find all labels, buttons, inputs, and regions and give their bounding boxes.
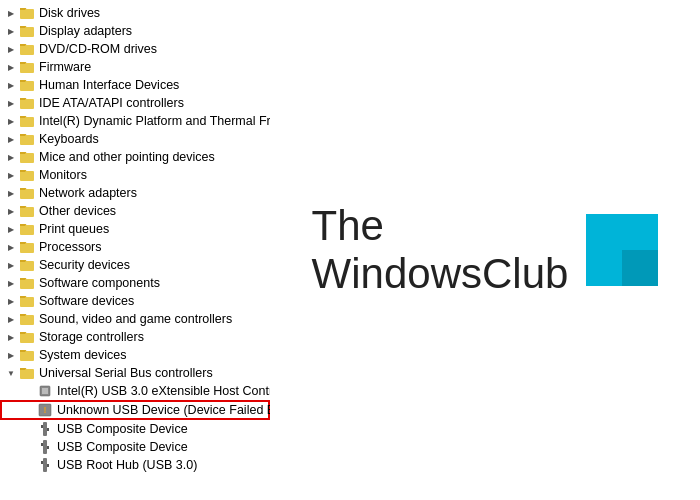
svg-rect-0 [20,9,34,19]
tree-item-storage-controllers[interactable]: ▶Storage controllers [0,328,270,346]
tree-item-system-devices[interactable]: ▶System devices [0,346,270,364]
folder-icon-intel-dynamic [19,113,35,129]
brand-box: The WindowsClub [312,202,659,299]
tree-item-mice[interactable]: ▶Mice and other pointing devices [0,148,270,166]
warning-icon-unknown-usb: ! [37,402,53,418]
svg-rect-4 [20,81,34,91]
folder-icon-software-devices [19,293,35,309]
svg-rect-33 [47,464,49,467]
tree-item-usb-composite-1[interactable]: ▶USB Composite Device [0,420,270,438]
expand-icon-intel-dynamic[interactable]: ▶ [4,114,18,128]
tree-item-usb-root-hub[interactable]: ▶USB Root Hub (USB 3.0) [0,456,270,474]
tree-item-software-devices[interactable]: ▶Software devices [0,292,270,310]
tree-item-software-components[interactable]: ▶Software components [0,274,270,292]
tree-item-intel-usb[interactable]: ▶Intel(R) USB 3.0 eXtensible Host Contro… [0,382,270,400]
tree-item-monitors[interactable]: ▶Monitors [0,166,270,184]
folder-icon-processors [19,239,35,255]
expand-icon-usb-controllers[interactable]: ▼ [4,366,18,380]
tree-item-print-queues[interactable]: ▶Print queues [0,220,270,238]
tree-item-processors[interactable]: ▶Processors [0,238,270,256]
brand-text: The WindowsClub [312,202,569,299]
folder-icon-monitors [19,167,35,183]
svg-rect-2 [20,45,34,55]
chip-icon-intel-usb [37,383,53,399]
expand-icon-disk-drives[interactable]: ▶ [4,6,18,20]
svg-rect-30 [47,446,49,449]
tree-item-other-devices[interactable]: ▶Other devices [0,202,270,220]
label-software-components: Software components [39,276,160,290]
svg-rect-3 [20,63,34,73]
svg-rect-9 [20,171,34,181]
expand-icon-network-adapters[interactable]: ▶ [4,186,18,200]
label-human-interface: Human Interface Devices [39,78,179,92]
expand-icon-human-interface[interactable]: ▶ [4,78,18,92]
brand-line2: WindowsClub [312,250,569,298]
svg-rect-10 [20,189,34,199]
label-usb-controllers: Universal Serial Bus controllers [39,366,213,380]
folder-icon-network-adapters [19,185,35,201]
expand-icon-print-queues[interactable]: ▶ [4,222,18,236]
expand-icon-mice[interactable]: ▶ [4,150,18,164]
tree-item-firmware[interactable]: ▶Firmware [0,58,270,76]
svg-rect-20 [20,369,34,379]
label-display-adapters: Display adapters [39,24,132,38]
svg-rect-25 [43,422,47,436]
svg-rect-31 [43,458,47,472]
tree-item-dvd-cdrom[interactable]: ▶DVD/CD-ROM drives [0,40,270,58]
expand-icon-keyboards[interactable]: ▶ [4,132,18,146]
label-software-devices: Software devices [39,294,134,308]
expand-icon-ide-ata[interactable]: ▶ [4,96,18,110]
svg-rect-8 [20,153,34,163]
tree-item-human-interface[interactable]: ▶Human Interface Devices [0,76,270,94]
expand-icon-processors[interactable]: ▶ [4,240,18,254]
tree-item-intel-dynamic[interactable]: ▶Intel(R) Dynamic Platform and Thermal F… [0,112,270,130]
svg-rect-27 [47,428,49,431]
svg-rect-28 [43,440,47,454]
tree-item-ide-ata[interactable]: ▶IDE ATA/ATAPI controllers [0,94,270,112]
expand-icon-sound-video[interactable]: ▶ [4,312,18,326]
expand-icon-dvd-cdrom[interactable]: ▶ [4,42,18,56]
folder-icon-mice [19,149,35,165]
usb-icon-usb-root-hub [37,457,53,473]
expand-icon-monitors[interactable]: ▶ [4,168,18,182]
tree-item-keyboards[interactable]: ▶Keyboards [0,130,270,148]
svg-rect-32 [41,461,43,464]
label-network-adapters: Network adapters [39,186,137,200]
label-processors: Processors [39,240,102,254]
svg-rect-18 [20,333,34,343]
expand-icon-firmware[interactable]: ▶ [4,60,18,74]
label-security-devices: Security devices [39,258,130,272]
tree-item-display-adapters[interactable]: ▶Display adapters [0,22,270,40]
expand-icon-software-components[interactable]: ▶ [4,276,18,290]
expand-icon-display-adapters[interactable]: ▶ [4,24,18,38]
svg-rect-5 [20,99,34,109]
label-dvd-cdrom: DVD/CD-ROM drives [39,42,157,56]
label-sound-video: Sound, video and game controllers [39,312,232,326]
tree-item-network-adapters[interactable]: ▶Network adapters [0,184,270,202]
label-other-devices: Other devices [39,204,116,218]
tree-item-security-devices[interactable]: ▶Security devices [0,256,270,274]
brand-line1: The [312,202,569,250]
tree-item-usb-composite-2[interactable]: ▶USB Composite Device [0,438,270,456]
svg-rect-12 [20,225,34,235]
tree-item-usb-controllers[interactable]: ▼Universal Serial Bus controllers [0,364,270,382]
device-manager-tree[interactable]: ▶Disk drives▶Display adapters▶DVD/CD-ROM… [0,0,270,500]
label-ide-ata: IDE ATA/ATAPI controllers [39,96,184,110]
label-system-devices: System devices [39,348,127,362]
expand-icon-storage-controllers[interactable]: ▶ [4,330,18,344]
svg-text:!: ! [44,405,47,415]
folder-icon-security-devices [19,257,35,273]
tree-item-disk-drives[interactable]: ▶Disk drives [0,4,270,22]
tree-item-sound-video[interactable]: ▶Sound, video and game controllers [0,310,270,328]
expand-icon-software-devices[interactable]: ▶ [4,294,18,308]
label-disk-drives: Disk drives [39,6,100,20]
expand-icon-system-devices[interactable]: ▶ [4,348,18,362]
expand-icon-other-devices[interactable]: ▶ [4,204,18,218]
svg-rect-6 [20,117,34,127]
svg-rect-17 [20,315,34,325]
tree-item-unknown-usb[interactable]: ▶!Unknown USB Device (Device Failed Enum… [0,400,270,420]
label-firmware: Firmware [39,60,91,74]
folder-icon-sound-video [19,311,35,327]
expand-icon-security-devices[interactable]: ▶ [4,258,18,272]
svg-rect-14 [20,261,34,271]
